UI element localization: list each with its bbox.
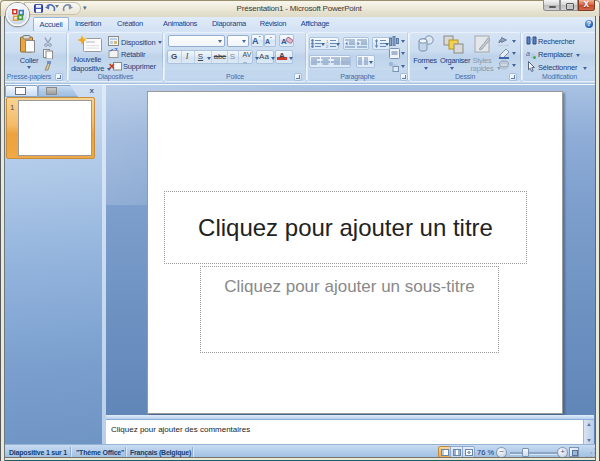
svg-text:a: a xyxy=(526,50,530,57)
svg-text:2: 2 xyxy=(326,44,329,48)
